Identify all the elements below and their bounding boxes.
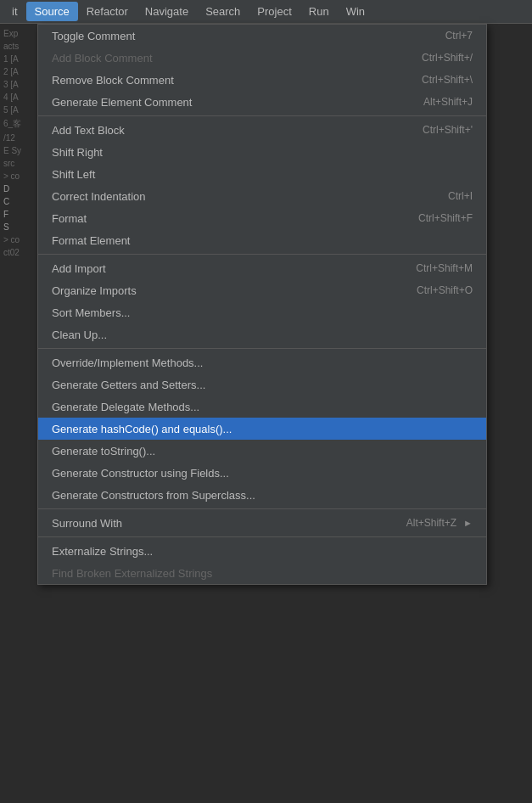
menu-item-it[interactable]: it (3, 2, 26, 21)
separator-3 (38, 348, 486, 349)
menu-remove-block-comment[interactable]: Remove Block Comment Ctrl+Shift+\ (38, 69, 486, 91)
menu-clean-up[interactable]: Clean Up... (38, 323, 486, 345)
menu-surround-with[interactable]: Surround With Alt+Shift+Z ► (38, 512, 486, 534)
menu-externalize-strings[interactable]: Externalize Strings... (38, 540, 486, 562)
menu-item-navigate[interactable]: Navigate (137, 2, 197, 21)
menu-shift-left[interactable]: Shift Left (38, 163, 486, 185)
separator-1 (38, 115, 486, 116)
source-dropdown-menu: Toggle Comment Ctrl+7 Add Block Comment … (37, 24, 487, 585)
menu-add-import[interactable]: Add Import Ctrl+Shift+M (38, 257, 486, 279)
submenu-arrow-icon: ► (463, 518, 473, 528)
menu-toggle-comment[interactable]: Toggle Comment Ctrl+7 (38, 25, 486, 47)
menu-sort-members[interactable]: Sort Members... (38, 301, 486, 323)
menu-item-search[interactable]: Search (197, 2, 249, 21)
menu-item-source[interactable]: Source (26, 2, 78, 21)
menu-generate-hashcode-equals[interactable]: Generate hashCode() and equals()... (38, 418, 486, 440)
menu-organize-imports[interactable]: Organize Imports Ctrl+Shift+O (38, 279, 486, 301)
menu-override-implement-methods[interactable]: Override/Implement Methods... (38, 351, 486, 373)
menu-add-text-block[interactable]: Add Text Block Ctrl+Shift+' (38, 119, 486, 141)
menu-item-project[interactable]: Project (249, 2, 300, 21)
menu-shift-right[interactable]: Shift Right (38, 141, 486, 163)
separator-5 (38, 536, 486, 537)
menu-generate-constructors-superclass[interactable]: Generate Constructors from Superclass... (38, 484, 486, 506)
menu-format-element[interactable]: Format Element (38, 229, 486, 251)
menu-correct-indentation[interactable]: Correct Indentation Ctrl+I (38, 185, 486, 207)
menu-generate-element-comment[interactable]: Generate Element Comment Alt+Shift+J (38, 91, 486, 113)
menu-add-block-comment: Add Block Comment Ctrl+Shift+/ (38, 47, 486, 69)
menu-format[interactable]: Format Ctrl+Shift+F (38, 207, 486, 229)
separator-4 (38, 508, 486, 509)
separator-2 (38, 254, 486, 255)
menu-generate-delegate-methods[interactable]: Generate Delegate Methods... (38, 396, 486, 418)
menu-bar: it Source Refactor Navigate Search Proje… (0, 0, 532, 24)
menu-find-broken-externalized-strings: Find Broken Externalized Strings (38, 562, 486, 584)
menu-generate-constructor-fields[interactable]: Generate Constructor using Fields... (38, 462, 486, 484)
ide-sidebar: Exp acts 1 [A 2 [A 3 [A 4 [A 5 [A 6_客 /1… (0, 24, 37, 803)
menu-generate-tostring[interactable]: Generate toString()... (38, 440, 486, 462)
menu-item-win[interactable]: Win (338, 2, 373, 21)
menu-item-run[interactable]: Run (300, 2, 338, 21)
menu-item-refactor[interactable]: Refactor (78, 2, 137, 21)
menu-generate-getters-setters[interactable]: Generate Getters and Setters... (38, 373, 486, 396)
